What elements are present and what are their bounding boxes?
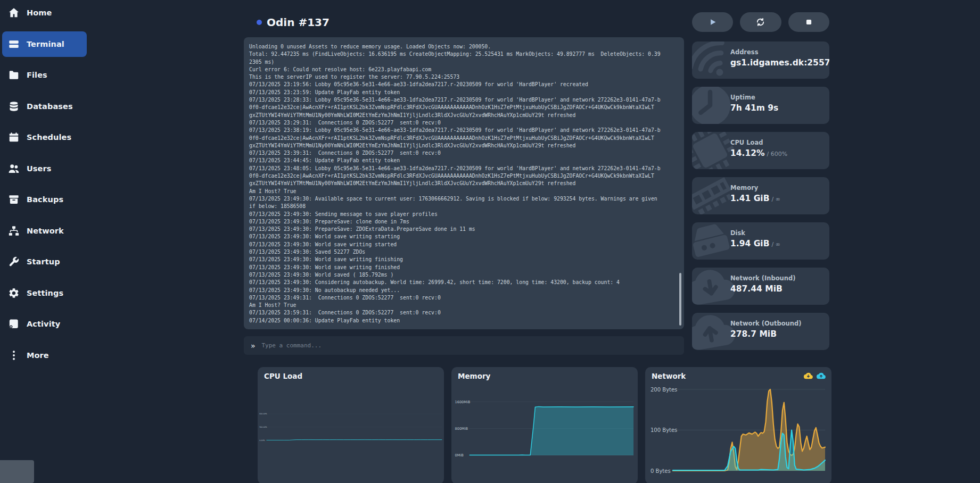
console-output[interactable]: Unloading 0 unused Assets to reduce memo… bbox=[244, 37, 684, 329]
console-line: 07/14/2025 00:00:36: Update PlayFab enti… bbox=[249, 317, 679, 324]
stat-card: Network (Inbound) 487.44 MiB bbox=[692, 268, 829, 305]
stop-icon bbox=[804, 18, 813, 27]
console-line: gxZTUtYWI4YmViYTMtMmU1Ny00YmNhLWI0M2EtYm… bbox=[249, 180, 679, 187]
console-line: 07/13/2025 23:29:31: Connections 0 ZDOS:… bbox=[249, 119, 679, 127]
console-line: 07/13/2025 23:49:30: World save writing … bbox=[249, 256, 679, 263]
console-line: Total: 92.447235 ms (FindLiveObjects: 16… bbox=[249, 51, 679, 58]
bottom-left-overlay bbox=[0, 460, 34, 483]
server-name: Odin #137 bbox=[267, 16, 330, 29]
stat-limit: / 600% bbox=[767, 151, 788, 157]
chart-card-cpu-load: CPU Load 600.00%300.00%0.00% bbox=[258, 367, 444, 483]
console-line: 07/13/2025 23:49:30: PrepareSave: clone … bbox=[249, 218, 679, 226]
sidebar-item-activity[interactable]: Activity bbox=[2, 311, 87, 337]
svg-text:300.00%: 300.00% bbox=[259, 426, 267, 428]
sidebar-item-label: Files bbox=[27, 71, 47, 79]
start-button[interactable] bbox=[692, 12, 733, 32]
console-line: 07/13/2025 23:59:31: Connections 0 ZDOS:… bbox=[249, 309, 679, 317]
stat-card: Memory 1.41 GiB/ ∞ bbox=[692, 177, 829, 214]
server-status-dot bbox=[257, 20, 262, 25]
sidebar-item-label: Home bbox=[27, 9, 52, 17]
chart-legend bbox=[804, 371, 826, 380]
server-panel-page: { "header": { "title": "Odin #137", "sta… bbox=[0, 0, 980, 483]
database-icon bbox=[8, 101, 20, 112]
cloud-up-icon bbox=[817, 371, 826, 380]
svg-text:0.00%: 0.00% bbox=[259, 439, 265, 442]
power-controls bbox=[692, 12, 829, 32]
console-line: Am I Host? True bbox=[249, 188, 679, 195]
svg-text:1600MiB: 1600MiB bbox=[455, 400, 471, 404]
console-line: 07/13/2025 23:49:30: Saved 52277 ZDOs bbox=[249, 248, 679, 256]
sidebar-item-startup[interactable]: Startup bbox=[2, 249, 87, 274]
console-line: 0f0-dfcae12e32ce|AwAcnXFr+rAI1ptKSL2bk3Z… bbox=[249, 104, 679, 111]
restart-icon bbox=[756, 18, 765, 27]
sidebar-item-network[interactable]: Network bbox=[2, 218, 87, 244]
clock-icon bbox=[692, 87, 735, 124]
chart-card-memory: Memory 1600MiB800MiB0MiB bbox=[451, 367, 638, 483]
scroll-icon bbox=[8, 318, 20, 330]
console-line: 0f0-dfcae12e32ce|AwAcnXFr+rAI1ptKSL2bk3Z… bbox=[249, 172, 679, 180]
sidebar-nav: Home Terminal Files Databases Schedules … bbox=[0, 0, 88, 483]
chart-canvas: 600.00%300.00%0.00% bbox=[258, 367, 444, 483]
sidebar-item-schedules[interactable]: Schedules bbox=[2, 124, 87, 150]
stat-value: 7h 41m 9s bbox=[730, 103, 778, 113]
console-line: 0f0-dfcae12e32ce|AwAcnXFr+rAI1ptKSL2bk3Z… bbox=[249, 135, 679, 142]
console-line: 07/13/2025 23:49:30: Sending message to … bbox=[249, 211, 679, 218]
stat-value: gs1.idgames.dk:25573 bbox=[730, 58, 829, 68]
sidebar-item-label: Databases bbox=[27, 102, 73, 111]
sidebar-item-label: Activity bbox=[27, 320, 60, 328]
sidebar-item-users[interactable]: Users bbox=[2, 156, 87, 181]
folder-icon bbox=[8, 69, 20, 81]
chart-canvas: 1600MiB800MiB0MiB bbox=[451, 367, 638, 483]
stat-value: 1.41 GiB/ ∞ bbox=[730, 194, 780, 203]
sidebar-item-databases[interactable]: Databases bbox=[2, 94, 87, 119]
console-line: 07/13/2025 23:49:30: World save writing … bbox=[249, 241, 679, 248]
stat-card: Uptime 7h 41m 9s bbox=[692, 87, 829, 124]
home-icon bbox=[8, 7, 20, 19]
restart-button[interactable] bbox=[740, 12, 781, 32]
console-line: 07/13/2025 23:49:30: Available space to … bbox=[249, 195, 679, 203]
console-scrollbar-thumb[interactable] bbox=[679, 273, 681, 326]
sidebar-item-backups[interactable]: Backups bbox=[2, 187, 87, 212]
sidebar-item-home[interactable]: Home bbox=[2, 0, 87, 26]
stat-limit: / ∞ bbox=[772, 241, 780, 248]
console-line: Am I Host? True bbox=[249, 302, 679, 309]
sidebar-item-label: Startup bbox=[27, 257, 60, 266]
stat-card: Network (Outbound) 278.7 MiB bbox=[692, 313, 829, 350]
stop-button[interactable] bbox=[788, 12, 829, 32]
command-input[interactable] bbox=[260, 342, 677, 349]
calendar-icon bbox=[8, 131, 20, 143]
console-line: 07/13/2025 23:49:30: World save writing … bbox=[249, 264, 679, 271]
archive-icon bbox=[8, 194, 20, 205]
stat-value: 14.12%/ 600% bbox=[730, 148, 787, 158]
gear-icon bbox=[8, 287, 20, 299]
stat-limit: / ∞ bbox=[772, 196, 780, 203]
chart-canvas: 200 Bytes100 Bytes0 Bytes bbox=[645, 367, 831, 483]
wrench-icon bbox=[8, 256, 20, 268]
sidebar-item-more[interactable]: More bbox=[2, 343, 87, 368]
console-line: 07/13/2025 23:23:59: Update PlayFab enti… bbox=[249, 89, 679, 96]
sidebar-item-label: More bbox=[27, 351, 49, 360]
console-line: 07/13/2025 23:39:31: Connections 0 ZDOS:… bbox=[249, 149, 679, 157]
sidebar-item-terminal[interactable]: Terminal bbox=[2, 31, 87, 57]
console-line: gxZTUtYWI4YmViYTMtMmU1Ny00YmNhLWI0M2EtYm… bbox=[249, 142, 679, 149]
svg-text:200 Bytes: 200 Bytes bbox=[650, 387, 677, 393]
console-lines: Unloading 0 unused Assets to reduce memo… bbox=[249, 43, 679, 324]
command-bar: » bbox=[244, 336, 684, 355]
users-icon bbox=[8, 163, 20, 174]
chart-title: CPU Load bbox=[264, 372, 302, 380]
console-line: 07/13/2025 23:49:30: Considering autobac… bbox=[249, 279, 679, 286]
sidebar-item-files[interactable]: Files bbox=[2, 62, 87, 88]
svg-text:600.00%: 600.00% bbox=[259, 413, 267, 415]
stat-value: 487.44 MiB bbox=[730, 284, 796, 294]
console-line: 07/13/2025 23:49:30: No autobackup neede… bbox=[249, 287, 679, 294]
stat-label: Disk bbox=[730, 229, 780, 237]
play-icon bbox=[708, 18, 717, 27]
sidebar-item-settings[interactable]: Settings bbox=[2, 280, 87, 306]
sitemap-icon bbox=[8, 225, 20, 237]
sidebar-item-label: Schedules bbox=[27, 133, 71, 141]
console-line: 07/13/2025 23:49:30: World saved ( 185.7… bbox=[249, 271, 679, 279]
console-line: 07/13/2025 23:38:19: Lobby 05c95e36-5e31… bbox=[249, 127, 679, 134]
console-line: 07/13/2025 23:49:31: Connections 0 ZDOS:… bbox=[249, 294, 679, 302]
sidebar-item-label: Settings bbox=[27, 289, 63, 297]
svg-text:0MiB: 0MiB bbox=[455, 453, 464, 457]
